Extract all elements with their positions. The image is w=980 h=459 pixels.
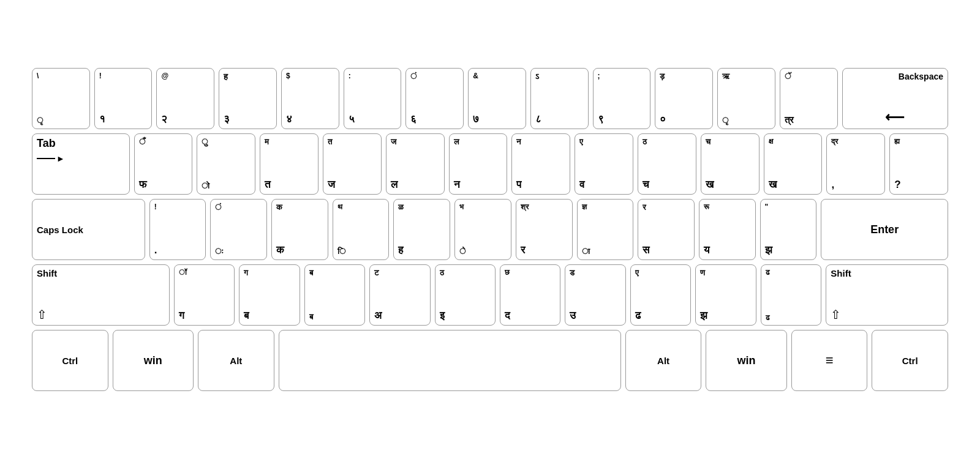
key-y[interactable]: ल न: [449, 133, 508, 195]
key-slash[interactable]: ढ ढ: [761, 264, 821, 326]
key-6[interactable]: ं ६: [405, 68, 464, 129]
key-m[interactable]: ड उ: [565, 264, 625, 326]
key-backslash[interactable]: ह्य ?: [889, 133, 948, 195]
key-ralt[interactable]: Alt: [625, 330, 702, 391]
key-rwin[interactable]: win: [706, 330, 786, 391]
key-q[interactable]: ँ फ: [134, 133, 193, 195]
key-quote[interactable]: " झ: [760, 199, 817, 260]
key-1[interactable]: ! १: [94, 68, 153, 129]
row-bottom: Ctrl win Alt Alt win ≡ Ctrl: [32, 330, 948, 391]
key-l[interactable]: र स: [638, 199, 695, 260]
key-tab[interactable]: Tab ►: [32, 133, 130, 195]
key-minus[interactable]: ऋ ृ: [717, 68, 775, 129]
key-g[interactable]: ळ ह: [393, 199, 450, 260]
key-4[interactable]: $ ४: [281, 68, 339, 129]
key-s[interactable]: ं ः: [210, 199, 267, 260]
key-c[interactable]: ब ब: [304, 264, 365, 326]
key-r[interactable]: त ज: [323, 133, 382, 195]
key-backspace[interactable]: Backspace ⟵: [842, 68, 948, 129]
key-e[interactable]: म त: [260, 133, 318, 195]
key-n[interactable]: छ द: [500, 264, 560, 326]
key-equals[interactable]: ॅ त्र: [780, 68, 838, 129]
key-rctrl[interactable]: Ctrl: [872, 330, 948, 391]
key-a[interactable]: ! .: [149, 199, 206, 260]
key-8[interactable]: ऽ ८: [530, 68, 589, 129]
key-x[interactable]: ग ब: [239, 264, 300, 326]
key-lbracket[interactable]: क्ष ख: [764, 133, 823, 195]
key-w[interactable]: ु ो: [197, 133, 255, 195]
key-0[interactable]: ड़ ०: [655, 68, 713, 129]
key-lctrl[interactable]: Ctrl: [32, 330, 108, 391]
key-menu[interactable]: ≡: [791, 330, 868, 391]
key-capslock[interactable]: Caps Lock: [32, 199, 145, 260]
key-k[interactable]: ज्ञ ा: [577, 199, 634, 260]
key-h[interactable]: भ े: [454, 199, 511, 260]
row-qwerty: Tab ► ँ फ ु ो म त त ज ज ल ल: [32, 133, 948, 195]
key-rshift[interactable]: Shift ⇧: [826, 264, 948, 326]
key-5[interactable]: : ५: [344, 68, 402, 129]
key-2[interactable]: @ २: [156, 68, 214, 129]
key-v[interactable]: ट अ: [369, 264, 430, 326]
key-o[interactable]: ठ च: [638, 133, 696, 195]
key-period[interactable]: ण झ: [695, 264, 756, 326]
key-lshift[interactable]: Shift ⇧: [32, 264, 170, 326]
key-b[interactable]: ठ इ: [435, 264, 496, 326]
keyboard: \ ृ ! १ @ २ ह ३ $ ४ : ५ ं ६ & ७: [18, 57, 962, 402]
key-3[interactable]: ह ३: [219, 68, 277, 129]
key-9[interactable]: ; ९: [593, 68, 651, 129]
key-t[interactable]: ज ल: [386, 133, 445, 195]
key-i[interactable]: ए व: [575, 133, 633, 195]
key-comma[interactable]: ए ढ: [630, 264, 691, 326]
key-p[interactable]: च ख: [701, 133, 760, 195]
row-asdf: Caps Lock ! . ं ः क क थ ि ळ ह भ े श्र र: [32, 199, 948, 260]
key-lalt[interactable]: Alt: [198, 330, 274, 391]
key-space[interactable]: [279, 330, 621, 391]
key-j[interactable]: श्र र: [516, 199, 573, 260]
key-u[interactable]: न प: [511, 133, 570, 195]
key-backtick[interactable]: \ ृ: [32, 68, 90, 129]
key-7[interactable]: & ७: [468, 68, 526, 129]
key-rbracket[interactable]: द्र ,: [826, 133, 885, 195]
key-f[interactable]: थ ि: [333, 199, 390, 260]
key-enter[interactable]: Enter: [821, 199, 948, 260]
key-lwin[interactable]: win: [113, 330, 194, 391]
row-numbers: \ ृ ! १ @ २ ह ३ $ ४ : ५ ं ६ & ७: [32, 68, 948, 129]
key-d[interactable]: क क: [271, 199, 328, 260]
key-z[interactable]: ॉ ग: [174, 264, 235, 326]
row-zxcv: Shift ⇧ ॉ ग ग ब ब ब ट अ ठ इ छ द ड उ: [32, 264, 948, 326]
key-semicolon[interactable]: रू य: [699, 199, 756, 260]
